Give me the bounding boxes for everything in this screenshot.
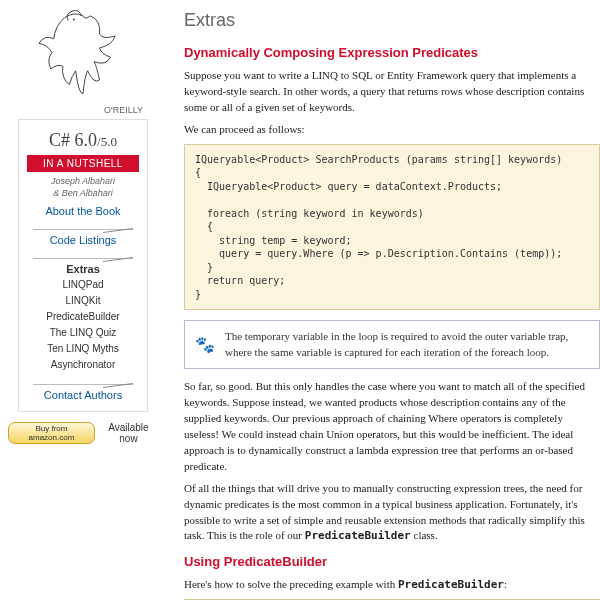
nav-about[interactable]: About the Book (23, 205, 143, 217)
sub-ten-myths[interactable]: Ten LINQ Myths (23, 341, 143, 356)
divider-icon (33, 221, 133, 230)
code-block-1: IQueryable<Product> SearchProducts (para… (184, 144, 600, 311)
paragraph: Of all the things that will drive you to… (184, 481, 600, 545)
divider-icon (33, 250, 133, 259)
book-title: C# 6.0/5.0 (23, 130, 143, 151)
section-heading-2: Using PredicateBuilder (184, 554, 600, 569)
publisher-label: O'REILLY (8, 105, 143, 115)
paragraph: We can proceed as follows: (184, 122, 600, 138)
note-text: The temporary variable in the loop is re… (225, 329, 589, 360)
paragraph: So far, so good. But this only handles t… (184, 379, 600, 475)
svg-point-0 (73, 19, 75, 21)
paw-icon: 🐾 (195, 337, 215, 353)
sub-linqpad[interactable]: LINQPad (23, 277, 143, 292)
paragraph: Suppose you want to write a LINQ to SQL … (184, 68, 600, 116)
divider-icon (33, 376, 133, 385)
sub-predicatebuilder[interactable]: PredicateBuilder (23, 309, 143, 324)
book-cover: C# 6.0/5.0 IN A NUTSHELL Joseph Albahari… (18, 119, 148, 412)
paragraph: Here's how to solve the preceding exampl… (184, 577, 600, 593)
section-heading-1: Dynamically Composing Expression Predica… (184, 45, 600, 60)
main-content: Extras Dynamically Composing Expression … (166, 0, 600, 600)
nav-listings[interactable]: Code Listings (23, 234, 143, 246)
nav-contact[interactable]: Contact Authors (23, 389, 143, 401)
bird-illustration (28, 5, 138, 100)
sidebar: O'REILLY C# 6.0/5.0 IN A NUTSHELL Joseph… (0, 0, 166, 600)
book-tagline: IN A NUTSHELL (27, 155, 139, 172)
sub-linqkit[interactable]: LINQKit (23, 293, 143, 308)
nav-extras-current: Extras (23, 263, 143, 275)
nav-extras-sublinks: LINQPad LINQKit PredicateBuilder The LIN… (23, 277, 143, 372)
sub-linq-quiz[interactable]: The LINQ Quiz (23, 325, 143, 340)
sub-asynchronator[interactable]: Asynchronator (23, 357, 143, 372)
availability-label: Available now (99, 422, 158, 444)
page-title: Extras (184, 10, 600, 31)
note-box: 🐾 The temporary variable in the loop is … (184, 320, 600, 369)
book-authors: Joseph Albahari & Ben Albahari (23, 176, 143, 199)
buy-amazon-button[interactable]: Buy from amazon.com (8, 422, 95, 444)
buy-row: Buy from amazon.com Available now (8, 422, 158, 444)
